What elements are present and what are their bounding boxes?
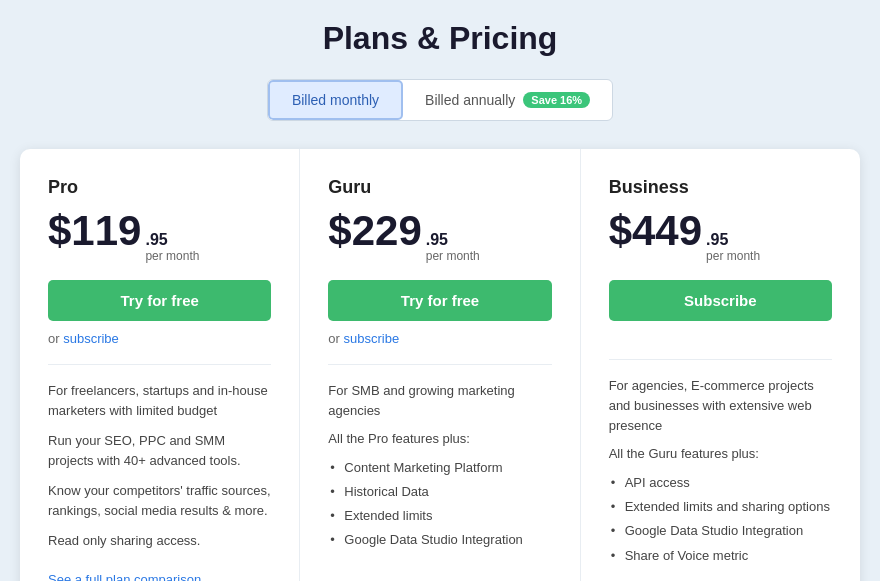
price-cents-business: .95	[706, 230, 760, 249]
plan-name-guru: Guru	[328, 177, 551, 198]
feature-list-guru: Content Marketing Platform Historical Da…	[328, 456, 551, 553]
plan-card-pro: Pro $119 .95 per month Try for free or s…	[20, 149, 300, 581]
price-main-business: $449	[609, 210, 702, 252]
subscribe-button-business[interactable]: Subscribe	[609, 280, 832, 321]
billing-monthly-button[interactable]: Billed monthly	[268, 80, 403, 120]
or-subscribe-guru: or subscribe	[328, 331, 551, 346]
try-free-button-pro[interactable]: Try for free	[48, 280, 271, 321]
plan-price-guru: $229 .95 per month	[328, 210, 551, 264]
plan-desc-pro-1: For freelancers, startups and in-house m…	[48, 381, 271, 421]
feature-guru-1: Content Marketing Platform	[328, 456, 551, 480]
divider-business	[609, 359, 832, 360]
plan-card-guru: Guru $229 .95 per month Try for free or …	[300, 149, 580, 581]
plans-container: Pro $119 .95 per month Try for free or s…	[20, 149, 860, 581]
feature-business-1: API access	[609, 471, 832, 495]
plan-desc-pro-4: Read only sharing access.	[48, 531, 271, 551]
price-main-pro: $119	[48, 210, 141, 252]
divider-pro	[48, 364, 271, 365]
feature-business-4: Share of Voice metric	[609, 544, 832, 568]
plan-desc-guru-1: For SMB and growing marketing agencies	[328, 381, 551, 421]
feature-guru-4: Google Data Studio Integration	[328, 528, 551, 552]
plan-price-business: $449 .95 per month	[609, 210, 832, 264]
billing-toggle: Billed monthly Billed annually Save 16%	[267, 79, 613, 121]
plan-desc-pro-2: Run your SEO, PPC and SMM projects with …	[48, 431, 271, 471]
subscribe-link-pro[interactable]: subscribe	[63, 331, 119, 346]
try-free-button-guru[interactable]: Try for free	[328, 280, 551, 321]
price-period-business: per month	[706, 249, 760, 263]
see-comparison-pro[interactable]: See a full plan comparison	[48, 572, 201, 581]
plan-desc-pro-3: Know your competitors' traffic sources, …	[48, 481, 271, 521]
features-intro-guru: All the Pro features plus:	[328, 431, 551, 446]
price-cents-pro: .95	[145, 230, 199, 249]
features-intro-business: All the Guru features plus:	[609, 446, 832, 461]
billing-annually-button[interactable]: Billed annually Save 16%	[403, 82, 612, 118]
save-badge: Save 16%	[523, 92, 590, 108]
price-cents-guru: .95	[426, 230, 480, 249]
price-period-guru: per month	[426, 249, 480, 263]
billing-annually-label: Billed annually	[425, 92, 515, 108]
price-period-pro: per month	[145, 249, 199, 263]
divider-guru	[328, 364, 551, 365]
feature-business-3: Google Data Studio Integration	[609, 519, 832, 543]
feature-list-business: API access Extended limits and sharing o…	[609, 471, 832, 568]
plan-card-business: Business $449 .95 per month Subscribe Fo…	[581, 149, 860, 581]
page-title: Plans & Pricing	[323, 20, 558, 57]
feature-guru-2: Historical Data	[328, 480, 551, 504]
feature-business-2: Extended limits and sharing options	[609, 495, 832, 519]
plan-desc-business-1: For agencies, E-commerce projects and bu…	[609, 376, 832, 436]
price-main-guru: $229	[328, 210, 421, 252]
plan-price-pro: $119 .95 per month	[48, 210, 271, 264]
subscribe-link-guru[interactable]: subscribe	[344, 331, 400, 346]
plan-name-business: Business	[609, 177, 832, 198]
plan-name-pro: Pro	[48, 177, 271, 198]
or-subscribe-pro: or subscribe	[48, 331, 271, 346]
feature-guru-3: Extended limits	[328, 504, 551, 528]
